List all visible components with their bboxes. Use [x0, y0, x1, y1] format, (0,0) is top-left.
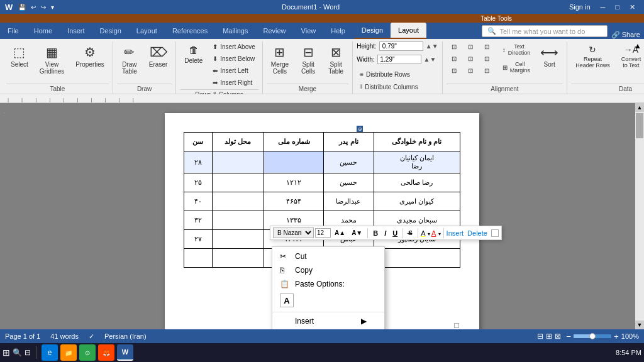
header-birthplace[interactable]: محل تولد: [212, 133, 264, 151]
redo-quick-btn[interactable]: ↪: [39, 4, 48, 11]
cell-age-4[interactable]: ۳۲: [184, 211, 213, 230]
split-cells-btn[interactable]: ⊟ SplitCells: [296, 41, 321, 78]
align-ml-btn[interactable]: ⊡: [447, 53, 462, 64]
align-br-btn[interactable]: ⊡: [479, 65, 494, 76]
cell-age-3[interactable]: ۴۰: [184, 192, 213, 211]
taskbar-app1-btn[interactable]: 🦊: [98, 344, 114, 361]
tab-home[interactable]: Home: [26, 23, 60, 39]
start-btn[interactable]: ⊞: [3, 348, 10, 358]
web-layout-btn[interactable]: ⊞: [546, 332, 552, 341]
insert-inline-btn[interactable]: Insert: [447, 229, 464, 237]
insert-below-btn[interactable]: ⬇ Insert Below: [209, 53, 258, 64]
font-shrink-btn[interactable]: A▼: [349, 228, 365, 238]
taskbar-chrome-btn[interactable]: ⊙: [79, 344, 96, 361]
ctx-delete-cells[interactable]: Delete Cells...: [272, 328, 384, 329]
font-grow-btn[interactable]: A▲: [332, 228, 348, 238]
share-btn[interactable]: 🔗 Share: [611, 31, 640, 39]
cell-empty-4[interactable]: [212, 249, 264, 268]
font-size-input[interactable]: [315, 228, 331, 238]
distribute-rows-btn[interactable]: ≡ Distribute Rows: [357, 69, 421, 80]
cell-fathername-1[interactable]: حسین: [324, 151, 374, 173]
align-mr-btn[interactable]: ⊡: [479, 53, 494, 64]
text-direction-btn[interactable]: ↕ TextDirection: [499, 41, 534, 58]
align-mc-btn[interactable]: ⊡: [463, 53, 478, 64]
maximize-button[interactable]: □: [611, 0, 623, 14]
zoom-out-btn[interactable]: −: [566, 332, 571, 341]
zoom-slider[interactable]: [574, 334, 611, 338]
align-tr-btn[interactable]: ⊡: [479, 41, 494, 52]
tab-design-main[interactable]: Design: [92, 23, 129, 39]
height-input[interactable]: [379, 41, 423, 51]
read-mode-btn[interactable]: ⊠: [555, 332, 561, 341]
cell-birthplace-2[interactable]: [212, 173, 264, 192]
cell-fullname-1[interactable]: ایمان کیانیانرضا: [374, 151, 460, 173]
paste-option-keep-source[interactable]: A: [280, 293, 294, 307]
align-tc-btn[interactable]: ⊡: [463, 41, 478, 52]
tab-help[interactable]: Help: [323, 23, 353, 39]
properties-btn[interactable]: ⚙ Properties: [71, 41, 109, 71]
print-layout-btn[interactable]: ⊟: [537, 332, 543, 341]
header-fullname[interactable]: نام و نام خلوادگی: [374, 133, 460, 151]
customize-quick-btn[interactable]: ▾: [49, 4, 56, 11]
tab-design-table[interactable]: Design: [354, 23, 391, 39]
cell-nationalid-2[interactable]: ۱۲۱۲: [264, 173, 324, 192]
ribbon-collapse-btn[interactable]: ▲: [634, 41, 641, 50]
doc-scroll-area[interactable]: ⊕ نام و نام خلوادگی نام پدر شماره ملی مح…: [9, 103, 635, 329]
cell-age-5[interactable]: ۲۷: [184, 230, 213, 249]
zoom-thumb[interactable]: [589, 333, 596, 339]
vertical-scrollbar[interactable]: ▲ ▼: [635, 103, 644, 329]
cell-nationalid-3[interactable]: ۴۶۵۴: [264, 192, 324, 211]
bold-btn[interactable]: B: [370, 228, 380, 238]
table-row[interactable]: رضا صالحی حسین ۱۲۱۲ ۲۵: [184, 173, 460, 192]
cell-empty-5[interactable]: [184, 249, 213, 268]
cell-fullname-2[interactable]: رضا صالحی: [374, 173, 460, 192]
font-family-select[interactable]: B Nazanin: [273, 228, 314, 238]
cell-birthplace-5[interactable]: [212, 230, 264, 249]
width-input[interactable]: [377, 55, 421, 64]
view-gridlines-btn[interactable]: ▦ ViewGridlines: [35, 41, 69, 78]
cell-age-1[interactable]: ۲۸: [184, 151, 213, 173]
search-bar[interactable]: 🔍 Tell me what you want to do: [482, 25, 608, 37]
cell-empty-1[interactable]: [374, 249, 460, 268]
taskbar-word-btn[interactable]: W: [117, 344, 133, 361]
table-row[interactable]: ایمان کیانیانرضا حسین ۲۸: [184, 151, 460, 173]
underline-btn[interactable]: U: [390, 228, 400, 238]
draw-table-btn[interactable]: ✏ DrawTable: [117, 41, 142, 78]
highlight-dropdown-icon[interactable]: ▾: [428, 231, 430, 237]
search-taskbar-btn[interactable]: 🔍: [13, 348, 22, 357]
font-color-dropdown-icon[interactable]: ▾: [438, 231, 441, 237]
delete-btn[interactable]: 🗑 Delete: [180, 41, 207, 67]
close-button[interactable]: ✕: [626, 0, 639, 14]
eraser-btn[interactable]: ⌦ Eraser: [145, 41, 172, 71]
scroll-down-btn[interactable]: ▼: [635, 321, 644, 329]
sort-btn[interactable]: ⟷ Sort: [536, 41, 563, 71]
taskview-btn[interactable]: ⊟: [25, 348, 31, 357]
ctx-copy[interactable]: ⎘ Copy: [272, 263, 384, 277]
tab-review[interactable]: Review: [256, 23, 294, 39]
distribute-cols-btn[interactable]: ⫴ Distribute Columns: [357, 81, 421, 92]
cell-fullname-3[interactable]: کیوان امیری: [374, 192, 460, 211]
tab-file[interactable]: File: [0, 23, 26, 39]
height-spinner[interactable]: ▲▼: [426, 43, 438, 50]
table-resize-handle[interactable]: [454, 323, 459, 328]
tab-layout-main[interactable]: Layout: [129, 23, 165, 39]
split-table-btn[interactable]: ⊠ SplitTable: [323, 41, 348, 78]
save-quick-btn[interactable]: 💾: [16, 4, 28, 11]
tab-insert[interactable]: Insert: [60, 23, 92, 39]
table-move-handle[interactable]: ⊕: [357, 126, 363, 132]
tab-layout-table[interactable]: Layout: [391, 23, 426, 39]
taskbar-folder-btn[interactable]: 📁: [60, 344, 77, 361]
more-options-box[interactable]: [491, 229, 499, 237]
header-age[interactable]: سن: [184, 133, 213, 151]
font-color-btn[interactable]: A ▾: [431, 229, 441, 238]
scroll-thumb[interactable]: [636, 113, 643, 138]
italic-btn[interactable]: I: [382, 228, 389, 238]
tab-references[interactable]: References: [165, 23, 215, 39]
align-bl-btn[interactable]: ⊡: [447, 65, 462, 76]
header-nationalid[interactable]: شماره ملی: [264, 133, 324, 151]
highlight-color-btn[interactable]: A ▾: [421, 229, 430, 238]
cell-birthplace-3[interactable]: [212, 192, 264, 211]
header-fathername[interactable]: نام پدر: [324, 133, 374, 151]
align-tl-btn[interactable]: ⊡: [447, 41, 462, 52]
cell-margins-btn[interactable]: ⊞ CellMargins: [499, 59, 534, 75]
